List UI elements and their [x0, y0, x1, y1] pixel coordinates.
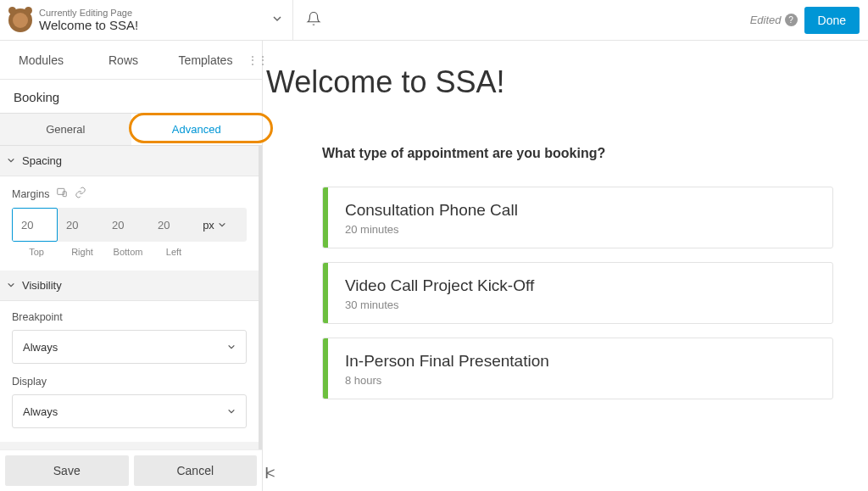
- section-spacing-label: Spacing: [22, 146, 62, 176]
- responsive-icon[interactable]: [56, 187, 68, 201]
- section-visibility-body: Breakpoint Always Display Always: [0, 301, 259, 442]
- module-subtabs: General Advanced: [0, 113, 262, 146]
- appointment-name: Video Call Project Kick-Off: [345, 276, 534, 295]
- label-bottom: Bottom: [105, 247, 151, 257]
- margin-unit-value: px: [203, 219, 214, 232]
- sidebar: Modules Rows Templates ⋮⋮ Booking Genera…: [0, 41, 263, 491]
- done-button[interactable]: Done: [804, 7, 860, 34]
- margins-label: Margins: [12, 188, 49, 200]
- appointment-card[interactable]: In-Person Final Presentation 8 hours: [322, 338, 833, 399]
- chevron-down-icon: [0, 281, 22, 291]
- page-title: Welcome to SSA!: [39, 18, 138, 32]
- topbar-left: Currently Editing Page Welcome to SSA!: [0, 0, 292, 40]
- subtab-advanced[interactable]: Advanced: [131, 114, 263, 145]
- margin-sublabels: Top Right Bottom Left: [12, 247, 247, 257]
- page-title-block[interactable]: Currently Editing Page Welcome to SSA!: [39, 8, 138, 33]
- margins-inputs: px: [12, 208, 247, 242]
- help-icon[interactable]: ?: [785, 14, 798, 26]
- booking-module: What type of appointment are you booking…: [266, 146, 868, 399]
- section-visibility-header[interactable]: Visibility: [0, 271, 259, 301]
- page-heading: Welcome to SSA!: [266, 64, 868, 100]
- appointment-card[interactable]: Consultation Phone Call 20 minutes: [322, 187, 833, 248]
- appointment-name: In-Person Final Presentation: [345, 352, 549, 371]
- cancel-button[interactable]: Cancel: [134, 455, 258, 486]
- edited-status: Edited ?: [750, 14, 798, 26]
- panel-footer: Save Cancel: [0, 449, 262, 491]
- collapse-sidebar-icon[interactable]: Ⅰ<: [264, 464, 273, 483]
- margin-left-input[interactable]: [149, 208, 195, 242]
- tab-templates[interactable]: Templates: [164, 53, 247, 67]
- appointment-card[interactable]: Video Call Project Kick-Off 30 minutes: [322, 262, 833, 324]
- main: Modules Rows Templates ⋮⋮ Booking Genera…: [0, 41, 868, 491]
- section-spacing-body: Margins px: [0, 176, 259, 271]
- tab-rows[interactable]: Rows: [82, 53, 164, 67]
- canvas: Welcome to SSA! What type of appointment…: [263, 41, 868, 491]
- settings-scroll[interactable]: Spacing Margins: [0, 146, 262, 491]
- breakpoint-label: Breakpoint: [12, 311, 247, 323]
- topbar: Currently Editing Page Welcome to SSA! E…: [0, 0, 868, 41]
- panel-title: Booking: [0, 80, 262, 113]
- appointment-name: Consultation Phone Call: [345, 201, 518, 220]
- tab-modules[interactable]: Modules: [0, 53, 82, 67]
- display-value: Always: [23, 405, 58, 418]
- builder-tabs: Modules Rows Templates ⋮⋮: [0, 41, 262, 80]
- breakpoint-select[interactable]: Always: [12, 330, 247, 364]
- chevron-down-icon: [0, 156, 22, 166]
- margin-unit-select[interactable]: px: [195, 208, 234, 242]
- margins-label-row: Margins: [12, 187, 247, 201]
- chevron-down-icon[interactable]: [262, 14, 292, 26]
- breakpoint-value: Always: [23, 341, 58, 354]
- drag-handle-icon[interactable]: ⋮⋮: [247, 53, 262, 67]
- topbar-right: Edited ? Done: [750, 7, 868, 34]
- section-spacing-header[interactable]: Spacing: [0, 146, 259, 176]
- label-left: Left: [151, 247, 197, 257]
- margin-top-input[interactable]: [12, 208, 58, 242]
- notifications-button[interactable]: [292, 0, 333, 40]
- margin-right-input[interactable]: [58, 208, 103, 242]
- section-visibility-label: Visibility: [22, 271, 62, 300]
- editing-subtitle: Currently Editing Page: [39, 8, 138, 19]
- label-top: Top: [14, 247, 59, 257]
- beaver-logo-icon: [8, 8, 32, 32]
- display-label: Display: [12, 376, 247, 388]
- appointment-duration: 30 minutes: [345, 299, 534, 311]
- appointment-duration: 20 minutes: [345, 223, 518, 236]
- booking-question: What type of appointment are you booking…: [322, 146, 868, 161]
- save-button[interactable]: Save: [5, 455, 129, 486]
- margin-bottom-input[interactable]: [103, 208, 149, 242]
- label-right: Right: [59, 247, 105, 257]
- display-select[interactable]: Always: [12, 394, 247, 428]
- subtab-general[interactable]: General: [0, 114, 131, 145]
- link-icon[interactable]: [75, 187, 86, 201]
- edited-label: Edited: [750, 14, 782, 26]
- bell-icon: [306, 11, 321, 30]
- appointment-duration: 8 hours: [345, 374, 549, 387]
